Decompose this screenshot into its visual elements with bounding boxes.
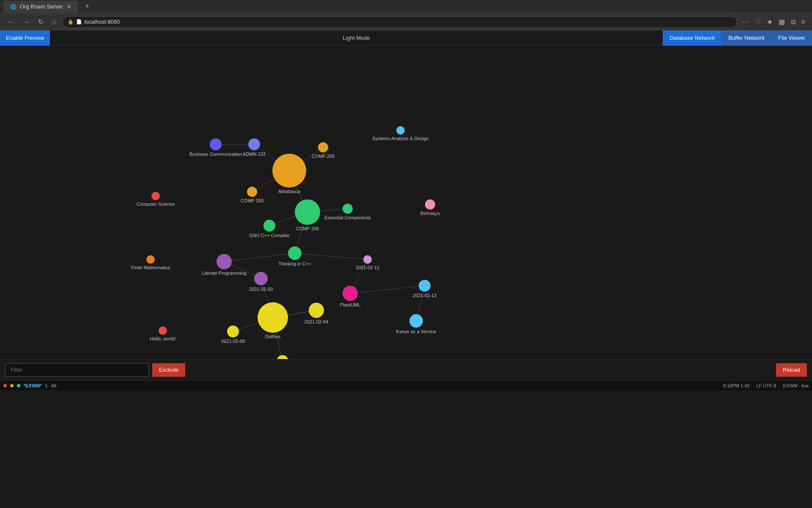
new-tab-button[interactable]: + [82, 2, 93, 11]
node-kanye[interactable] [409, 314, 423, 328]
node-comp200[interactable] [247, 187, 257, 197]
security-icon: 🔒 [68, 19, 74, 25]
app-bar: Enable Preview Light Mode Database Netwo… [0, 30, 812, 46]
node-computer-science[interactable] [151, 192, 160, 200]
status-dot-red [3, 384, 7, 387]
status-encoding: LF UTF-8 [756, 383, 776, 388]
reload-button[interactable]: Reload [776, 363, 807, 377]
sidebar-icon[interactable]: ▦ [777, 16, 787, 28]
exclude-button[interactable]: Exclude [152, 363, 185, 377]
node-dotfiles[interactable] [258, 302, 288, 333]
graph-canvas: Business CommunicationADMN 233COMP 268Sy… [0, 46, 812, 359]
node-2021-02-08[interactable] [227, 326, 239, 337]
workspace-label[interactable]: *EXWM* [24, 383, 42, 388]
svg-line-8 [224, 253, 295, 262]
status-time: 8:18PM 1.42 [723, 383, 749, 388]
light-mode-label: Light Mode [50, 35, 663, 41]
url-text: localhost:8080 [85, 19, 120, 25]
filter-bar: Exclude Reload [0, 359, 812, 380]
workspace-name: All [51, 383, 56, 388]
svg-line-9 [295, 253, 368, 260]
graph-svg [0, 46, 812, 359]
browser-tab[interactable]: 🌐 Org Roam Server ✕ [3, 1, 78, 13]
filter-input[interactable] [5, 363, 149, 377]
node-hello-world[interactable] [159, 326, 167, 335]
workspace-num: 1 [45, 383, 48, 388]
split-icon[interactable]: ⧉ [789, 17, 797, 28]
menu-icon[interactable]: ≡ [800, 17, 807, 28]
pocket-icon[interactable]: ♡ [753, 16, 763, 28]
node-business-comm[interactable] [210, 138, 222, 150]
tab-favicon: 🌐 [10, 4, 16, 10]
node-immutable-emacs[interactable] [277, 355, 288, 359]
page-icon: 📄 [76, 19, 82, 25]
node-birthdays[interactable] [425, 199, 435, 210]
enable-preview-button[interactable]: Enable Preview [0, 30, 50, 46]
toolbar-icons: ⋯ ♡ ★ ▦ ⧉ ≡ [741, 16, 807, 28]
node-athabasca[interactable] [272, 154, 306, 188]
reload-browser-button[interactable]: ↻ [36, 16, 46, 28]
node-literate-prog[interactable] [217, 254, 232, 269]
status-dot-green [17, 384, 20, 387]
browser-titlebar: 🌐 Org Roam Server ✕ + [0, 0, 812, 14]
tab-buffer-network[interactable]: Buffer Network [721, 30, 771, 46]
node-plantUML[interactable] [343, 286, 358, 301]
tab-title: Org Roam Server [20, 3, 63, 10]
status-dot-yellow [10, 384, 14, 387]
node-essential-components[interactable] [343, 204, 353, 214]
more-options-icon[interactable]: ⋯ [741, 16, 751, 28]
node-thinking-cpp[interactable] [288, 246, 302, 260]
node-systems-analysis[interactable] [396, 126, 405, 135]
browser-toolbar: ← → ↻ ⌂ 🔒 📄 localhost:8080 ⋯ ♡ ★ ▦ ⧉ ≡ [0, 14, 812, 30]
node-2021-02-04[interactable] [309, 303, 324, 318]
tab-close-button[interactable]: ✕ [66, 3, 71, 10]
nav-tabs: Database Network Buffer Network File Vie… [663, 30, 812, 46]
address-bar[interactable]: 🔒 📄 localhost:8080 [62, 16, 737, 28]
status-right: 8:18PM 1.42 LF UTF-8 EXWM : line [723, 383, 809, 388]
node-2021-02-11[interactable] [363, 255, 372, 264]
tab-file-viewer[interactable]: File Viewer [771, 30, 812, 46]
node-comp206[interactable] [295, 199, 320, 225]
back-button[interactable]: ← [5, 17, 17, 28]
node-finite-math[interactable] [146, 255, 155, 264]
home-button[interactable]: ⌂ [49, 17, 59, 28]
node-2021-02-03[interactable] [254, 272, 268, 285]
svg-line-14 [350, 286, 425, 293]
node-comp268[interactable] [318, 142, 328, 152]
status-mode: EXWM : line [783, 383, 809, 388]
node-2021-02-13[interactable] [419, 280, 431, 292]
forward-button[interactable]: → [20, 17, 32, 28]
status-bar: *EXWM* 1 All 8:18PM 1.42 LF UTF-8 EXWM :… [0, 380, 812, 390]
tab-database-network[interactable]: Database Network [663, 30, 721, 46]
bookmark-icon[interactable]: ★ [765, 16, 774, 28]
node-admn233[interactable] [248, 138, 260, 150]
node-gnu-cpp[interactable] [263, 220, 275, 232]
